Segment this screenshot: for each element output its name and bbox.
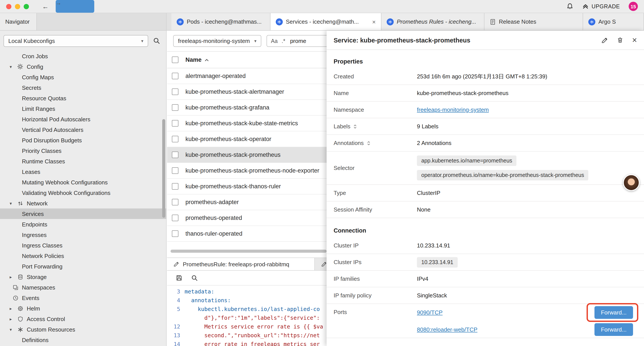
port-line: 8080:reloader-web/TCP Forward... (417, 321, 644, 338)
row-checkbox[interactable] (172, 73, 178, 79)
sidebar-item-services[interactable]: Services (0, 209, 166, 219)
port-link-9090[interactable]: 9090/TCP (417, 309, 442, 316)
port-link-8080[interactable]: 8080:reloader-web/TCP (417, 326, 478, 333)
edit-pencil-icon[interactable] (601, 36, 608, 43)
kubernetes-icon (276, 18, 283, 25)
upgrade-button[interactable]: UPGRADE (582, 3, 620, 10)
search-icon[interactable] (191, 275, 198, 281)
forward-button-9090[interactable]: Forward... (594, 306, 633, 319)
chevron-right-icon[interactable]: ▸ (10, 306, 17, 311)
notification-count-badge[interactable]: 15 (629, 2, 638, 11)
sidebar-item-network[interactable]: ▾ Network (0, 198, 166, 209)
pencil-icon (321, 261, 327, 267)
tab-label: Services - icecheng@math... (286, 18, 359, 25)
sidebar-item-config-maps[interactable]: Config Maps (0, 72, 166, 82)
select-all-checkbox[interactable] (172, 56, 178, 63)
chevron-right-icon[interactable]: ▸ (10, 317, 17, 321)
tab-close-icon[interactable]: × (369, 18, 376, 25)
sidebar-item-events[interactable]: Events (0, 293, 166, 303)
tab-label: Release Notes (499, 18, 536, 25)
row-checkbox[interactable] (172, 136, 178, 142)
namespace-link[interactable]: freeleaps-monitoring-system (417, 106, 489, 113)
sidebar-item-validating-webhook-configurations[interactable]: Validating Webhook Configurations (0, 187, 166, 198)
sidebar-scrollbar[interactable] (162, 119, 165, 218)
horizontal-scrollbar[interactable] (170, 250, 326, 253)
row-checkbox[interactable] (172, 167, 178, 174)
sidebar-item-definitions[interactable]: Definitions (0, 335, 166, 345)
sort-ascending-icon (204, 58, 209, 61)
name-column-header[interactable]: Name (186, 56, 209, 63)
expand-updown-icon[interactable] (353, 124, 358, 129)
tab-pods[interactable]: Pods - icecheng@mathmas... (172, 13, 270, 30)
row-checkbox[interactable] (172, 230, 178, 237)
sidebar-item-horizontal-pod-autoscalers[interactable]: Horizontal Pod Autoscalers (0, 114, 166, 124)
sidebar-item-cron-jobs[interactable]: Cron Jobs (0, 51, 166, 61)
selector-badge: operator.prometheus.io/name=kube-prometh… (417, 170, 588, 180)
notifications-bell-icon[interactable] (566, 3, 574, 10)
window-minimize-button[interactable] (15, 4, 20, 9)
tab-prometheus-rules[interactable]: Prometheus Rules - icecheng... (382, 13, 484, 30)
document-icon (490, 19, 496, 25)
tab-services[interactable]: Services - icecheng@math... × (270, 13, 382, 31)
namespace-filter-select[interactable]: freeleaps-monitoring-system ▾ (173, 35, 261, 47)
sidebar-item-ingresses[interactable]: Ingresses (0, 230, 166, 240)
row-checkbox[interactable] (172, 215, 178, 221)
sidebar-item-resource-quotas[interactable]: Resource Quotas (0, 93, 166, 103)
sidebar-item-priority-classes[interactable]: Priority Classes (0, 145, 166, 156)
sidebar-item-storage[interactable]: ▸ Storage (0, 272, 166, 282)
close-icon[interactable]: × (632, 36, 637, 44)
sidebar-item-mutating-webhook-configurations[interactable]: Mutating Webhook Configurations (0, 177, 166, 187)
tab-release-notes[interactable]: Release Notes (484, 13, 583, 30)
search-icon[interactable] (153, 37, 160, 44)
app-window: ← → UPGRADE 15 Navigator Pods - icecheng… (0, 0, 644, 346)
chevron-down-icon[interactable]: ▾ (10, 64, 17, 69)
sidebar-item-namespaces[interactable]: Namespaces (0, 282, 166, 293)
match-case-toggle[interactable]: Aa (271, 38, 278, 44)
row-checkbox[interactable] (172, 152, 178, 158)
drawer-title: Service: kube-prometheus-stack-prometheu… (334, 36, 470, 43)
expand-updown-icon[interactable] (366, 140, 371, 146)
sidebar-item-access-control[interactable]: ▸ Access Control (0, 314, 166, 324)
navigator-tab[interactable]: Navigator (0, 13, 37, 30)
row-checkbox[interactable] (172, 88, 178, 95)
back-button[interactable]: ← (42, 3, 49, 10)
window-close-button[interactable] (6, 4, 12, 9)
sidebar-item-endpoints[interactable]: Endpoints (0, 219, 166, 230)
chevron-down-icon[interactable]: ▾ (10, 201, 17, 206)
drawer-row-cluster-ips: Cluster IPs 10.233.14.91 (326, 254, 644, 271)
row-checkbox[interactable] (172, 104, 178, 111)
sidebar-item-runtime-classes[interactable]: Runtime Classes (0, 156, 166, 166)
chevron-down-icon[interactable]: ▾ (10, 327, 17, 332)
sidebar-item-config[interactable]: ▾ Config (0, 61, 166, 72)
chevron-down-icon: ▾ (141, 38, 143, 43)
row-checkbox[interactable] (172, 199, 178, 205)
drawer-row-type: Type ClusterIP (326, 185, 644, 201)
chevron-right-icon[interactable]: ▸ (10, 274, 17, 279)
save-icon[interactable] (176, 275, 182, 281)
forward-button-8080[interactable]: Forward... (594, 323, 633, 336)
regex-toggle[interactable]: .* (282, 38, 286, 44)
sidebar-item-leases[interactable]: Leases (0, 166, 166, 177)
drawer-header: Service: kube-prometheus-stack-prometheu… (326, 31, 644, 50)
sidebar-item-limit-ranges[interactable]: Limit Ranges (0, 103, 166, 114)
sidebar-item-ingress-classes[interactable]: Ingress Classes (0, 240, 166, 251)
row-checkbox[interactable] (172, 183, 178, 190)
sidebar-item-secrets[interactable]: Secrets (0, 82, 166, 93)
drawer-row-namespace: Namespace freeleaps-monitoring-system (326, 102, 644, 118)
network-arrows-icon (17, 200, 24, 207)
row-checkbox[interactable] (172, 120, 178, 127)
kubeconfig-select[interactable]: Local Kubeconfigs ▾ (4, 35, 148, 47)
tab-argo[interactable]: Argo S (583, 13, 644, 30)
forward-button[interactable]: → (56, 0, 94, 13)
assistant-avatar[interactable] (623, 174, 640, 191)
sidebar-item-network-policies[interactable]: Network Policies (0, 251, 166, 261)
sidebar-item-helm[interactable]: ▸ Helm (0, 303, 166, 314)
trash-icon[interactable] (617, 37, 624, 43)
sidebar-item-custom-resources[interactable]: ▾ Custom Resources (0, 324, 166, 335)
properties-heading: Properties (326, 50, 644, 68)
editor-tab-prometheusrule[interactable]: PrometheusRule: freeleaps-prod-rabbitmq (167, 258, 315, 270)
sidebar-item-pod-disruption-budgets[interactable]: Pod Disruption Budgets (0, 135, 166, 145)
sidebar-item-vertical-pod-autoscalers[interactable]: Vertical Pod Autoscalers (0, 124, 166, 135)
window-zoom-button[interactable] (24, 4, 29, 9)
sidebar-item-port-forwarding[interactable]: Port Forwarding (0, 261, 166, 272)
